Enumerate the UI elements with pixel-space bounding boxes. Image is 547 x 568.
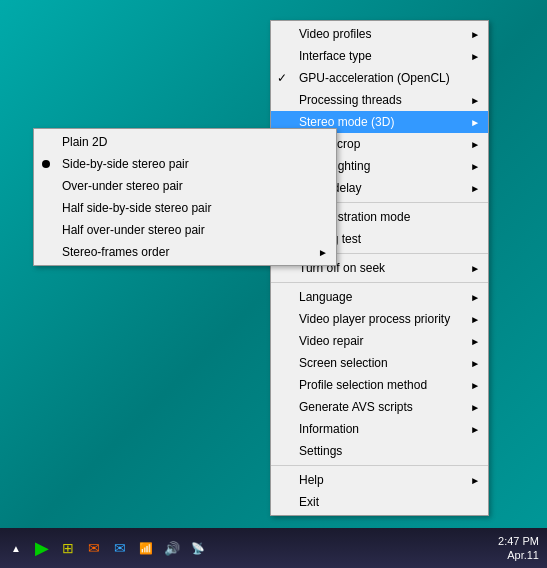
menu-item-over-under[interactable]: Over-under stereo pair: [34, 175, 336, 197]
arrow-icon-profile-selection: ►: [450, 380, 480, 391]
arrow-icon-screen-selection: ►: [450, 358, 480, 369]
menu-item-video-repair[interactable]: Video repair ►: [271, 330, 488, 352]
menu-item-information[interactable]: Information ►: [271, 418, 488, 440]
menu-item-profile-selection[interactable]: Profile selection method ►: [271, 374, 488, 396]
arrow-icon-interface-type: ►: [450, 51, 480, 62]
taskbar-icon-email[interactable]: ✉: [82, 536, 106, 560]
menu-item-help[interactable]: Help ►: [271, 469, 488, 491]
menu-item-language[interactable]: Language ►: [271, 286, 488, 308]
menu-item-stereo-frames[interactable]: Stereo-frames order ►: [34, 241, 336, 263]
menu-item-side-by-side[interactable]: Side-by-side stereo pair: [34, 153, 336, 175]
menu-item-settings[interactable]: Settings: [271, 440, 488, 462]
arrow-icon-information: ►: [450, 424, 480, 435]
separator-4: [271, 465, 488, 466]
menu-item-half-over-under[interactable]: Half over-under stereo pair: [34, 219, 336, 241]
arrow-icon-video-player-priority: ►: [450, 314, 480, 325]
arrow-icon-stereo-mode: ►: [450, 117, 480, 128]
arrow-icon-outer-lighting: ►: [450, 161, 480, 172]
taskbar-icon-signal[interactable]: 📶: [134, 536, 158, 560]
taskbar-icon-play[interactable]: ▶: [30, 536, 54, 560]
arrow-icon-video-profiles: ►: [450, 29, 480, 40]
main-context-menu: Video profiles ► Interface type ► ✓ GPU-…: [270, 20, 489, 516]
taskbar-time: 2:47 PM Apr.11: [498, 534, 539, 563]
menu-item-video-player-priority[interactable]: Video player process priority ►: [271, 308, 488, 330]
menu-item-half-side-by-side[interactable]: Half side-by-side stereo pair: [34, 197, 336, 219]
taskbar-icon-mail2[interactable]: ✉: [108, 536, 132, 560]
taskbar-left: ▲ ▶ ⊞ ✉ ✉ 📶 🔊 📡: [0, 536, 214, 560]
arrow-icon-processing-threads: ►: [450, 95, 480, 106]
menu-item-generate-avs[interactable]: Generate AVS scripts ►: [271, 396, 488, 418]
arrow-icon-generate-avs: ►: [450, 402, 480, 413]
taskbar-icon-grid[interactable]: ⊞: [56, 536, 80, 560]
menu-item-screen-selection[interactable]: Screen selection ►: [271, 352, 488, 374]
menu-item-video-profiles[interactable]: Video profiles ►: [271, 23, 488, 45]
arrow-icon-frame-crop: ►: [450, 139, 480, 150]
submenu-arrow-icon: ►: [298, 247, 328, 258]
arrow-icon-help: ►: [450, 475, 480, 486]
checkmark-icon: ✓: [277, 71, 287, 85]
separator-3: [271, 282, 488, 283]
menu-item-gpu-acceleration[interactable]: ✓ GPU-acceleration (OpenCL): [271, 67, 488, 89]
taskbar-icon-up[interactable]: ▲: [4, 536, 28, 560]
menu-item-processing-threads[interactable]: Processing threads ►: [271, 89, 488, 111]
taskbar: ▲ ▶ ⊞ ✉ ✉ 📶 🔊 📡 2:47 PM Apr.11: [0, 528, 547, 568]
taskbar-right: 2:47 PM Apr.11: [490, 534, 547, 563]
arrow-icon-turn-off-seek: ►: [450, 263, 480, 274]
arrow-icon-language: ►: [450, 292, 480, 303]
radio-selected-icon: [42, 160, 50, 168]
menu-item-plain2d[interactable]: Plain 2D: [34, 131, 336, 153]
taskbar-icon-network[interactable]: 📡: [186, 536, 210, 560]
arrow-icon-video-repair: ►: [450, 336, 480, 347]
taskbar-icon-volume[interactable]: 🔊: [160, 536, 184, 560]
menu-item-exit[interactable]: Exit: [271, 491, 488, 513]
desktop: Plain 2D Side-by-side stereo pair Over-u…: [0, 0, 547, 568]
stereo-submenu: Plain 2D Side-by-side stereo pair Over-u…: [33, 128, 337, 266]
arrow-icon-video-delay: ►: [450, 183, 480, 194]
menu-item-interface-type[interactable]: Interface type ►: [271, 45, 488, 67]
